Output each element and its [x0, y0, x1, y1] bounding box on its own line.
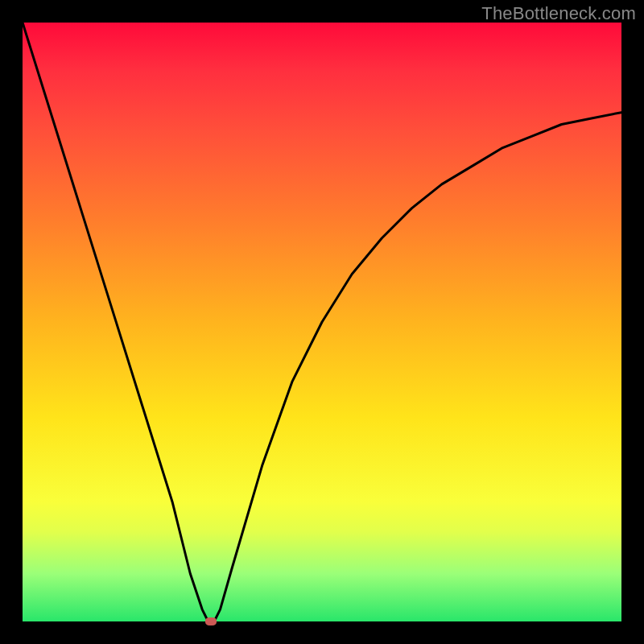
- plot-area: [23, 23, 621, 621]
- bottleneck-curve: [23, 23, 621, 621]
- watermark-text: TheBottleneck.com: [481, 3, 636, 24]
- minimum-marker: [205, 617, 217, 625]
- chart-frame: TheBottleneck.com: [0, 0, 644, 644]
- curve-path: [23, 23, 621, 621]
